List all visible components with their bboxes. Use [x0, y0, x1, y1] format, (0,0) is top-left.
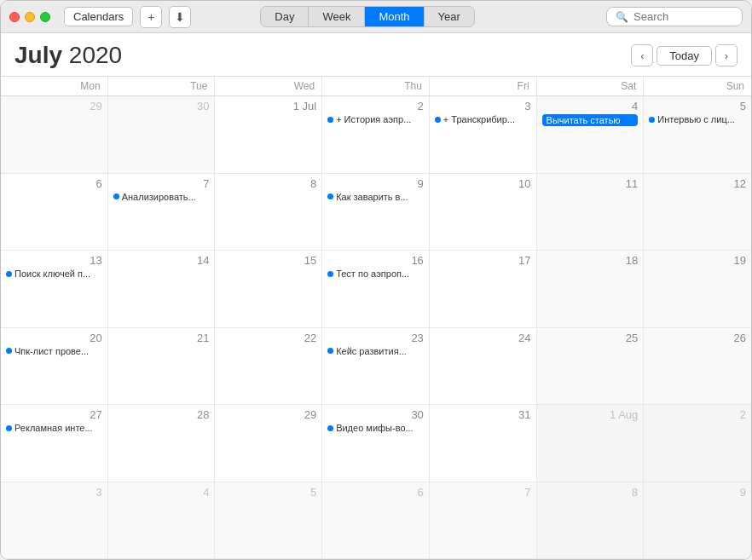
calendar-cell[interactable]: 28 [108, 405, 216, 482]
event[interactable]: Видео мифы-во... [327, 423, 424, 433]
day-number: 29 [220, 408, 316, 421]
calendar-cell[interactable]: 8 [215, 174, 322, 251]
calendar-cell[interactable]: 7 [430, 482, 537, 560]
event-text: Тест по аэпроп... [336, 268, 409, 279]
event[interactable]: Тест по аэпроп... [327, 268, 424, 279]
day-number: 9 [327, 177, 424, 190]
calendar-cell[interactable]: 30Видео мифы-во... [322, 405, 430, 482]
month-name: July [14, 42, 62, 68]
calendar-cell[interactable]: 7Анализировать... [108, 174, 216, 251]
calendar-cell[interactable]: 1 Jul [215, 96, 322, 174]
traffic-lights [9, 12, 50, 22]
event-text: Интервью с лиц... [657, 114, 735, 124]
minimize-button[interactable] [25, 12, 35, 22]
calendar-window: Calendars + ⬇ Day Week Month Year 🔍 July… [0, 0, 752, 560]
day-number: 2 [649, 408, 746, 421]
day-number: 26 [649, 332, 746, 344]
calendar-cell[interactable]: 26 [644, 328, 751, 406]
day-number: 6 [327, 486, 424, 499]
calendar-cell[interactable]: 6 [1, 174, 108, 251]
fullscreen-button[interactable] [40, 12, 50, 22]
event[interactable]: + История аэпр... [327, 114, 424, 124]
day-number: 7 [113, 177, 210, 190]
day-number: 11 [542, 177, 639, 190]
event[interactable]: Как заварить в... [327, 192, 424, 202]
day-number: 27 [6, 408, 102, 421]
calendar-cell[interactable]: 1 Aug [537, 405, 645, 482]
calendar-cell[interactable]: 24 [430, 328, 537, 406]
calendar-cell[interactable]: 31 [430, 405, 537, 482]
event-dot [6, 348, 12, 354]
event-dot [435, 117, 441, 123]
calendar-cell[interactable]: 30 [108, 96, 216, 174]
calendar-cell[interactable]: 25 [537, 328, 645, 406]
calendar-cell[interactable]: 27Рекламная инте... [1, 405, 108, 482]
event[interactable]: Чпк-лист прове... [6, 346, 102, 356]
calendar-cell[interactable]: 5Интервью с лиц... [644, 96, 751, 174]
calendar-cell[interactable]: 21 [108, 328, 216, 406]
calendar-cell[interactable]: 9 [644, 482, 751, 560]
event-text: Видео мифы-во... [336, 423, 414, 433]
day-number: 16 [327, 254, 424, 267]
calendar-cell[interactable]: 2+ История аэпр... [322, 96, 430, 174]
event-text: + История аэпр... [336, 114, 411, 124]
tab-week[interactable]: Week [309, 7, 365, 26]
day-header-sat: Sat [537, 77, 645, 95]
calendar-cell[interactable]: 16Тест по аэпроп... [322, 251, 430, 328]
tab-year[interactable]: Year [425, 7, 474, 26]
tab-day[interactable]: Day [261, 7, 309, 26]
event-dot [6, 425, 12, 431]
calendar-cell[interactable]: 18 [537, 251, 645, 328]
close-button[interactable] [9, 12, 20, 22]
calendar-cell[interactable]: 29 [1, 96, 108, 174]
event[interactable]: Кейс развития... [327, 346, 424, 356]
calendar-cell[interactable]: 4Вычитать статью [537, 96, 645, 174]
event[interactable]: Поиск ключей п... [6, 268, 102, 279]
search-icon: 🔍 [616, 11, 628, 23]
event-dot [6, 271, 12, 277]
calendar-cell[interactable]: 29 [215, 405, 322, 482]
today-button[interactable]: Today [657, 46, 712, 66]
event-text: Анализировать... [122, 192, 196, 202]
calendar-cell[interactable]: 9Как заварить в... [322, 174, 430, 251]
event-highlight[interactable]: Вычитать статью [542, 114, 639, 126]
calendar-cell[interactable]: 12 [644, 174, 751, 251]
event[interactable]: Рекламная инте... [6, 423, 102, 433]
event[interactable]: Интервью с лиц... [649, 114, 746, 124]
event-text: Чпк-лист прове... [14, 346, 89, 356]
calendar-cell[interactable]: 23Кейс развития... [322, 328, 430, 406]
calendar-cell[interactable]: 19 [644, 251, 751, 328]
calendar-cell[interactable]: 22 [215, 328, 322, 406]
next-month-button[interactable]: › [715, 44, 738, 66]
event-dot [113, 193, 119, 199]
export-button[interactable]: ⬇ [169, 6, 191, 28]
calendar-cell[interactable]: 5 [215, 482, 322, 560]
prev-month-button[interactable]: ‹ [631, 44, 653, 66]
calendar-cell[interactable]: 17 [430, 251, 537, 328]
calendar-cell[interactable]: 13Поиск ключей п... [1, 251, 108, 328]
calendar-cell[interactable]: 20Чпк-лист прове... [1, 328, 108, 406]
calendar-cell[interactable]: 6 [322, 482, 430, 560]
day-number: 10 [435, 177, 531, 190]
calendar-cell[interactable]: 8 [537, 482, 645, 560]
calendar-cell[interactable]: 3 [1, 482, 108, 560]
calendar-cell[interactable]: 14 [108, 251, 216, 328]
day-number: 19 [649, 254, 746, 267]
calendars-button[interactable]: Calendars [64, 7, 133, 26]
search-input[interactable] [633, 10, 733, 23]
day-header-wed: Wed [215, 77, 322, 95]
calendar-cell[interactable]: 10 [430, 174, 537, 251]
calendar-cell[interactable]: 3+ Транскрибир... [430, 96, 537, 174]
calendar-cell[interactable]: 2 [644, 405, 751, 482]
calendar-cell[interactable]: 15 [215, 251, 322, 328]
day-number: 8 [542, 486, 639, 499]
tab-month[interactable]: Month [365, 7, 424, 26]
day-number: 13 [6, 254, 102, 267]
calendar-cell[interactable]: 11 [537, 174, 645, 251]
calendar-cell[interactable]: 4 [108, 482, 216, 560]
event[interactable]: + Транскрибир... [435, 114, 531, 124]
event[interactable]: Анализировать... [113, 192, 210, 202]
day-number: 4 [113, 486, 210, 499]
day-number: 17 [435, 254, 531, 267]
add-event-button[interactable]: + [140, 6, 162, 28]
